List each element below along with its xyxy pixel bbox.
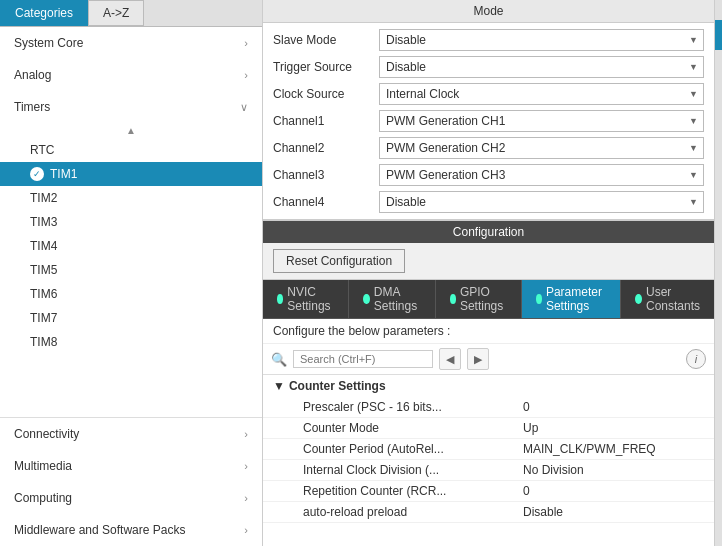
chevron-right-icon: ›	[244, 460, 248, 472]
mode-row-ch4: Channel4 Disable	[273, 191, 704, 213]
trigger-source-select[interactable]: Disable	[379, 56, 704, 78]
tab-dma-settings[interactable]: DMA Settings	[349, 280, 435, 318]
sidebar-tab-bar: Categories A->Z	[0, 0, 262, 27]
chevron-right-icon: ›	[244, 69, 248, 81]
param-name: Internal Clock Division (...	[303, 463, 523, 477]
timer-item-tim8[interactable]: TIM8	[0, 330, 262, 354]
right-scrollbar[interactable]	[714, 0, 722, 546]
sidebar-item-label: Middleware and Software Packs	[14, 523, 185, 537]
search-input[interactable]	[293, 350, 433, 368]
sidebar-item-label: Multimedia	[14, 459, 72, 473]
info-button[interactable]: i	[686, 349, 706, 369]
sidebar-item-label: Connectivity	[14, 427, 79, 441]
sidebar-item-timers[interactable]: Timers ∨	[0, 91, 262, 123]
sidebar-item-computing[interactable]: Computing ›	[0, 482, 262, 514]
channel1-label: Channel1	[273, 114, 373, 128]
clock-source-select-wrapper: Internal Clock	[379, 83, 704, 105]
dot-icon	[277, 294, 283, 304]
slave-mode-label: Slave Mode	[273, 33, 373, 47]
mode-grid: Slave Mode Disable Trigger Source Disabl…	[263, 23, 714, 219]
channel3-select[interactable]: PWM Generation CH3	[379, 164, 704, 186]
param-row-counter-mode: Counter Mode Up	[263, 418, 714, 439]
sidebar-item-label: Analog	[14, 68, 51, 82]
sidebar-item-analog[interactable]: Analog ›	[0, 59, 262, 91]
tab-categories[interactable]: Categories	[0, 0, 88, 26]
tab-user-constants[interactable]: User Constants	[621, 280, 714, 318]
scrollbar-thumb	[715, 20, 722, 50]
param-value: MAIN_CLK/PWM_FREQ	[523, 442, 656, 456]
param-value: 0	[523, 484, 530, 498]
tim5-label: TIM5	[30, 263, 57, 277]
timer-item-tim7[interactable]: TIM7	[0, 306, 262, 330]
sidebar-item-multimedia[interactable]: Multimedia ›	[0, 450, 262, 482]
dot-icon	[536, 294, 542, 304]
channel1-select[interactable]: PWM Generation CH1	[379, 110, 704, 132]
sidebar: Categories A->Z System Core › Analog › T…	[0, 0, 263, 546]
chevron-right-icon: ›	[244, 37, 248, 49]
timer-item-tim4[interactable]: TIM4	[0, 234, 262, 258]
tim4-label: TIM4	[30, 239, 57, 253]
counter-settings-header[interactable]: ▼ Counter Settings	[263, 375, 714, 397]
channel2-select[interactable]: PWM Generation CH2	[379, 137, 704, 159]
slave-mode-select-wrapper: Disable	[379, 29, 704, 51]
gpio-tab-label: GPIO Settings	[460, 285, 507, 313]
sidebar-item-middleware[interactable]: Middleware and Software Packs ›	[0, 514, 262, 546]
mode-row-ch3: Channel3 PWM Generation CH3	[273, 164, 704, 186]
param-row-clock-div: Internal Clock Division (... No Division	[263, 460, 714, 481]
trigger-source-select-wrapper: Disable	[379, 56, 704, 78]
tab-nvic-settings[interactable]: NVIC Settings	[263, 280, 349, 318]
user-constants-tab-label: User Constants	[646, 285, 703, 313]
param-value: 0	[523, 400, 530, 414]
chevron-right-icon: ›	[244, 492, 248, 504]
mode-row-trigger: Trigger Source Disable	[273, 56, 704, 78]
param-row-repetition: Repetition Counter (RCR... 0	[263, 481, 714, 502]
scroll-up-arrow[interactable]: ▲	[0, 123, 262, 138]
tab-gpio-settings[interactable]: GPIO Settings	[436, 280, 522, 318]
timer-item-rtc[interactable]: RTC	[0, 138, 262, 162]
sidebar-item-connectivity[interactable]: Connectivity ›	[0, 418, 262, 450]
param-value: No Division	[523, 463, 584, 477]
clock-source-select[interactable]: Internal Clock	[379, 83, 704, 105]
param-name: auto-reload preload	[303, 505, 523, 519]
tim2-label: TIM2	[30, 191, 57, 205]
search-bar: 🔍 ◀ ▶ i	[263, 344, 714, 375]
rtc-label: RTC	[30, 143, 54, 157]
slave-mode-select[interactable]: Disable	[379, 29, 704, 51]
dot-icon	[363, 294, 369, 304]
timer-item-tim5[interactable]: TIM5	[0, 258, 262, 282]
mode-row-slave: Slave Mode Disable	[273, 29, 704, 51]
timer-item-tim6[interactable]: TIM6	[0, 282, 262, 306]
sidebar-bottom: Connectivity › Multimedia › Computing › …	[0, 417, 262, 546]
sidebar-item-label: Timers	[14, 100, 50, 114]
nav-prev-button[interactable]: ◀	[439, 348, 461, 370]
nvic-tab-label: NVIC Settings	[287, 285, 334, 313]
tab-atoz[interactable]: A->Z	[88, 0, 144, 26]
param-row-prescaler: Prescaler (PSC - 16 bits... 0	[263, 397, 714, 418]
tab-parameter-settings[interactable]: Parameter Settings	[522, 280, 621, 318]
timer-item-tim2[interactable]: TIM2	[0, 186, 262, 210]
tim6-label: TIM6	[30, 287, 57, 301]
channel3-label: Channel3	[273, 168, 373, 182]
param-name: Counter Mode	[303, 421, 523, 435]
timers-list: ▲ RTC ✓ TIM1 TIM2 TIM3 TIM4 TIM5 TIM6	[0, 123, 262, 354]
sidebar-item-label: Computing	[14, 491, 72, 505]
reset-config-button[interactable]: Reset Configuration	[273, 249, 405, 273]
channel3-select-wrapper: PWM Generation CH3	[379, 164, 704, 186]
nav-next-button[interactable]: ▶	[467, 348, 489, 370]
expand-icon: ▼	[273, 379, 285, 393]
param-row-autoreload: auto-reload preload Disable	[263, 502, 714, 523]
mode-row-clock: Clock Source Internal Clock	[273, 83, 704, 105]
timer-item-tim3[interactable]: TIM3	[0, 210, 262, 234]
check-icon: ✓	[30, 167, 44, 181]
trigger-source-label: Trigger Source	[273, 60, 373, 74]
param-value: Up	[523, 421, 538, 435]
channel4-select[interactable]: Disable	[379, 191, 704, 213]
tim7-label: TIM7	[30, 311, 57, 325]
timers-section: Timers ∨ ▲ RTC ✓ TIM1 TIM2 TIM3 TIM4 TIM…	[0, 91, 262, 354]
tim8-label: TIM8	[30, 335, 57, 349]
dma-tab-label: DMA Settings	[374, 285, 421, 313]
sidebar-item-system-core[interactable]: System Core ›	[0, 27, 262, 59]
timer-item-tim1[interactable]: ✓ TIM1	[0, 162, 262, 186]
param-row-counter-period: Counter Period (AutoRel... MAIN_CLK/PWM_…	[263, 439, 714, 460]
chevron-down-icon: ∨	[240, 101, 248, 114]
